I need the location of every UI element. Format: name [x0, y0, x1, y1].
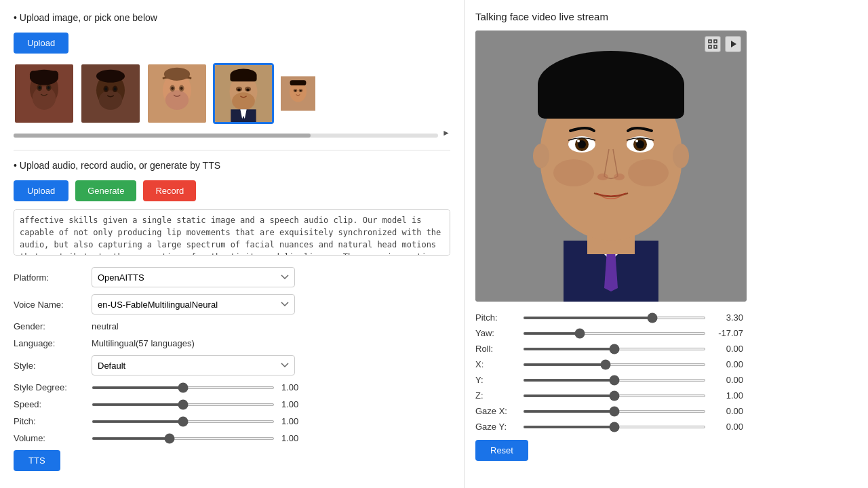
svg-point-16 — [96, 70, 125, 83]
svg-point-40 — [294, 90, 296, 92]
voice-name-label: Voice Name: — [14, 300, 92, 310]
gender-value: neutral — [92, 321, 119, 331]
style-degree-row: Style Degree: 1.00 — [14, 382, 450, 392]
style-degree-slider[interactable] — [92, 386, 275, 389]
svg-point-66 — [597, 174, 608, 180]
right-pitch-value: 3.30 — [713, 312, 743, 323]
roll-row: Roll: 0.00 — [475, 344, 857, 354]
platform-select[interactable]: OpenAITTS — [92, 267, 295, 287]
image-section-title: • Upload image, or pick one below — [14, 12, 450, 23]
right-panel: Talking face video live stream — [465, 0, 868, 488]
svg-point-24 — [164, 68, 190, 81]
svg-point-11 — [99, 90, 122, 110]
svg-point-31 — [246, 89, 250, 92]
y-slider[interactable] — [523, 379, 706, 382]
speed-slider[interactable] — [92, 403, 275, 406]
left-pitch-row: Pitch: 1.00 — [14, 416, 450, 426]
audio-upload-button[interactable]: Upload — [14, 180, 68, 201]
svg-point-68 — [553, 159, 594, 186]
play-icon[interactable] — [725, 36, 741, 52]
scrollbar-thumb — [14, 134, 311, 138]
gender-row: Gender: neutral — [14, 321, 450, 331]
z-slider[interactable] — [523, 394, 706, 397]
face-thumb-5[interactable] — [279, 63, 317, 124]
yaw-label: Yaw: — [475, 328, 523, 338]
x-value: 0.00 — [713, 359, 743, 369]
audio-section-title: • Upload audio, record audio, or generat… — [14, 160, 450, 171]
svg-point-14 — [104, 87, 107, 91]
generate-button[interactable]: Generate — [75, 180, 136, 201]
svg-rect-45 — [709, 45, 711, 48]
text-area[interactable] — [14, 209, 450, 256]
style-degree-value: 1.00 — [281, 382, 305, 392]
gaze-y-slider[interactable] — [523, 426, 706, 428]
face-thumbnails — [14, 63, 450, 124]
face-portrait — [475, 30, 747, 302]
y-label: Y: — [475, 375, 523, 385]
y-value: 0.00 — [713, 375, 743, 385]
divider-1 — [14, 150, 450, 150]
right-pitch-slider[interactable] — [523, 317, 706, 319]
svg-rect-44 — [714, 40, 717, 43]
svg-point-15 — [114, 87, 117, 91]
face-thumb-2[interactable] — [80, 63, 141, 124]
thumbnail-scrollbar[interactable] — [14, 134, 438, 138]
video-icons — [705, 36, 741, 52]
gaze-x-value: 0.00 — [713, 406, 743, 416]
fullscreen-icon[interactable] — [705, 36, 721, 52]
right-pitch-row: Pitch: 3.30 — [475, 312, 857, 323]
svg-marker-47 — [731, 41, 736, 47]
gaze-x-slider[interactable] — [523, 410, 706, 413]
gaze-y-value: 0.00 — [713, 422, 743, 432]
reset-row: Reset — [475, 440, 857, 461]
tts-button[interactable]: TTS — [14, 450, 60, 471]
gaze-y-label: Gaze Y: — [475, 422, 523, 432]
x-slider[interactable] — [523, 363, 706, 366]
svg-rect-8 — [30, 71, 58, 81]
z-label: Z: — [475, 390, 523, 401]
style-row: Style: Default — [14, 355, 450, 375]
svg-point-5 — [38, 86, 41, 89]
record-button[interactable]: Record — [143, 180, 196, 201]
svg-point-41 — [300, 90, 302, 92]
roll-slider[interactable] — [523, 348, 706, 350]
video-container — [475, 30, 747, 302]
face-thumb-4[interactable] — [213, 63, 274, 124]
svg-point-2 — [33, 86, 56, 109]
svg-point-22 — [171, 87, 174, 90]
style-select[interactable]: Default — [92, 355, 295, 375]
roll-label: Roll: — [475, 344, 523, 354]
platform-row: Platform: OpenAITTS — [14, 267, 450, 287]
left-pitch-label: Pitch: — [14, 416, 92, 426]
volume-slider[interactable] — [92, 437, 275, 440]
svg-point-6 — [47, 86, 50, 89]
yaw-value: -17.07 — [713, 328, 743, 338]
language-label: Language: — [14, 338, 92, 348]
svg-point-65 — [635, 140, 638, 142]
svg-rect-42 — [290, 80, 307, 85]
image-upload-button[interactable]: Upload — [14, 33, 68, 54]
svg-rect-43 — [709, 40, 711, 43]
svg-point-56 — [533, 144, 549, 168]
face-scroll-wrapper: ► — [14, 63, 450, 138]
right-pitch-label: Pitch: — [475, 312, 523, 323]
svg-point-23 — [180, 87, 183, 90]
audio-buttons-row: Upload Generate Record — [14, 180, 450, 201]
style-label: Style: — [14, 361, 92, 371]
style-degree-label: Style Degree: — [14, 382, 92, 392]
voice-name-select[interactable]: en-US-FableMultilingualNeural — [92, 294, 295, 314]
svg-point-30 — [237, 89, 241, 92]
face-thumb-1[interactable] — [14, 63, 75, 124]
yaw-slider[interactable] — [523, 332, 706, 335]
volume-value: 1.00 — [281, 433, 305, 443]
gaze-x-label: Gaze X: — [475, 406, 523, 416]
svg-point-19 — [165, 90, 189, 110]
face-thumb-3[interactable] — [146, 63, 208, 124]
language-value: Multilingual(57 languages) — [92, 338, 195, 348]
voice-name-row: Voice Name: en-US-FableMultilingualNeura… — [14, 294, 450, 314]
left-pitch-slider[interactable] — [92, 420, 275, 423]
scroll-right-arrow[interactable]: ► — [442, 128, 450, 138]
gender-label: Gender: — [14, 321, 92, 331]
reset-button[interactable]: Reset — [475, 440, 528, 461]
platform-label: Platform: — [14, 272, 92, 283]
